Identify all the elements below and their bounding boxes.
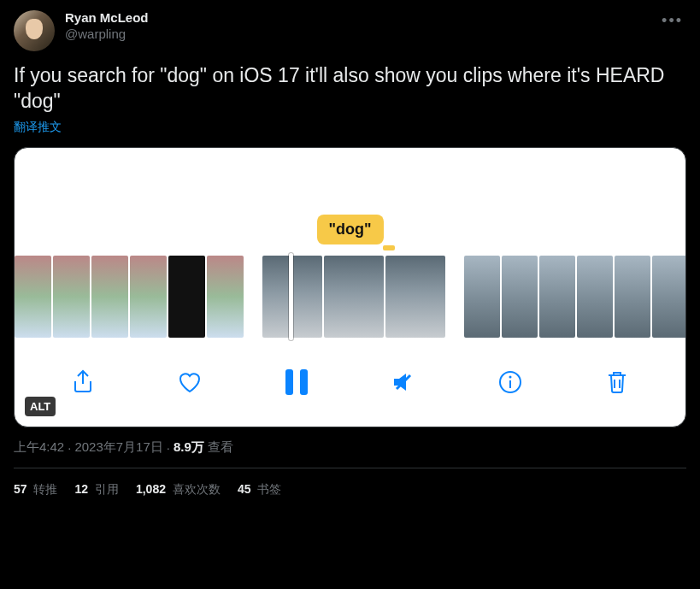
tweet-header: Ryan McLeod @warpling [14, 10, 686, 51]
video-thumbnail-strip [15, 256, 685, 338]
media-attachment[interactable]: "dog" [14, 147, 686, 427]
thumb [385, 256, 445, 338]
svg-point-1 [509, 375, 511, 378]
share-icon[interactable] [64, 363, 102, 401]
thumb [168, 256, 205, 338]
retweets-stat[interactable]: 57 转推 [14, 482, 57, 498]
thumb [577, 256, 613, 338]
bookmarks-label: 书签 [254, 482, 281, 496]
tweet-stats: 57 转推 12 引用 1,082 喜欢次数 45 书签 [14, 468, 686, 498]
info-icon[interactable] [491, 363, 529, 401]
author-names[interactable]: Ryan McLeod @warpling [65, 10, 149, 43]
thumb [652, 256, 686, 338]
thumb [91, 256, 128, 338]
thumb [130, 256, 167, 338]
tweet-text: If you search for "dog" on iOS 17 it'll … [14, 63, 686, 115]
quotes-count: 12 [74, 482, 88, 496]
handle: @warpling [65, 27, 149, 43]
playhead[interactable] [289, 253, 293, 340]
thumb [15, 256, 51, 338]
thumb [207, 256, 244, 338]
pause-icon[interactable] [278, 363, 315, 401]
dot: · [167, 440, 170, 455]
likes-stat[interactable]: 1,082 喜欢次数 [136, 482, 221, 498]
display-name: Ryan McLeod [65, 10, 149, 27]
translate-link[interactable]: 翻译推文 [14, 120, 686, 135]
clip-group-3 [464, 256, 686, 338]
quotes-stat[interactable]: 12 引用 [74, 482, 118, 498]
search-caption-bubble: "dog" [316, 215, 383, 244]
retweets-label: 转推 [31, 482, 58, 496]
media-toolbar [15, 356, 685, 408]
retweets-count: 57 [14, 482, 27, 496]
alt-badge[interactable]: ALT [25, 397, 56, 416]
thumb [539, 256, 575, 338]
thumb [324, 256, 384, 338]
dot: · [68, 440, 71, 455]
bookmarks-stat[interactable]: 45 书签 [238, 482, 281, 498]
clip-group-1 [15, 256, 244, 338]
mute-icon[interactable] [385, 363, 422, 401]
quotes-label: 引用 [91, 482, 119, 496]
tweet-container: ••• Ryan McLeod @warpling If you search … [0, 0, 700, 498]
likes-label: 喜欢次数 [169, 482, 221, 496]
tweet-meta: 上午4:42 · 2023年7月17日 · 8.9万 查看 [14, 439, 686, 456]
thumb [615, 256, 650, 338]
tweet-time[interactable]: 上午4:42 [14, 439, 64, 456]
more-options-button[interactable]: ••• [662, 12, 683, 30]
thumb [464, 256, 500, 338]
thumb [502, 256, 538, 338]
clip-group-2-active [262, 256, 445, 338]
likes-count: 1,082 [136, 482, 166, 496]
tweet-date[interactable]: 2023年7月17日 [74, 439, 162, 456]
views-count: 8.9万 [174, 439, 204, 456]
bookmarks-count: 45 [238, 482, 251, 496]
caption-pointer [383, 245, 395, 250]
avatar[interactable] [14, 10, 55, 51]
thumb [53, 256, 90, 338]
trash-icon[interactable] [598, 363, 636, 401]
views-label: 查看 [208, 439, 233, 456]
heart-icon[interactable] [171, 363, 209, 401]
